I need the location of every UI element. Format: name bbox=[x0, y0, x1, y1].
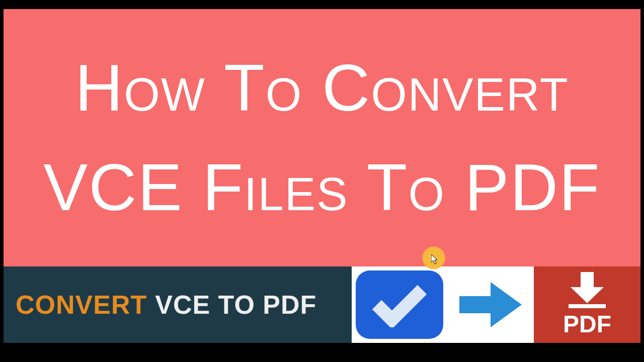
strip-word-vce-to-pdf: VCE TO PDF bbox=[155, 290, 316, 320]
letterbox-top bbox=[0, 0, 644, 9]
cursor-icon bbox=[431, 254, 439, 266]
download-icon bbox=[565, 272, 610, 308]
svg-rect-0 bbox=[569, 304, 606, 308]
arrow-right-icon bbox=[455, 277, 526, 332]
hero-title: How to Convert VCE Files to PDF bbox=[43, 38, 600, 237]
conversion-strip: CONVERT VCE TO PDF PDF bbox=[4, 266, 640, 343]
tile-check bbox=[352, 266, 447, 343]
hero-line-2: VCE Files to PDF bbox=[43, 138, 600, 237]
hero-line-1: How to Convert bbox=[43, 38, 600, 138]
hero-panel: How to Convert VCE Files to PDF bbox=[4, 9, 640, 266]
tile-pdf: PDF bbox=[534, 266, 640, 343]
strip-word-convert: CONVERT bbox=[16, 290, 147, 320]
strip-text: CONVERT VCE TO PDF bbox=[4, 266, 352, 343]
tile-arrow bbox=[447, 266, 534, 343]
pdf-label: PDF bbox=[563, 310, 611, 338]
letterbox-bottom bbox=[0, 343, 644, 362]
check-icon bbox=[356, 270, 443, 339]
